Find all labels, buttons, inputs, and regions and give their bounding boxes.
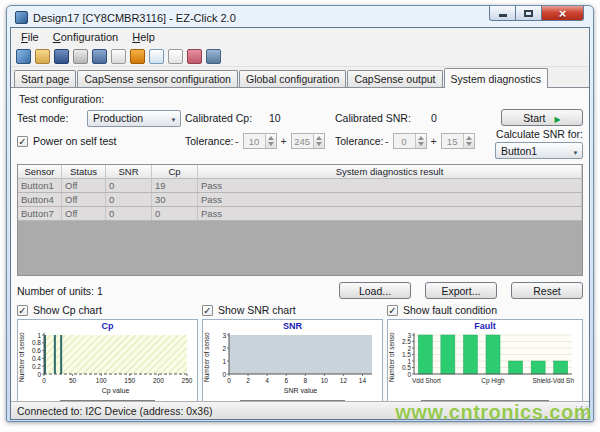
toggle-label: Show fault condition — [403, 304, 497, 316]
spinner-arrows[interactable] — [313, 134, 324, 148]
test-mode-column: Test mode: Production Power on self test — [17, 109, 185, 159]
table-cell: 19 — [152, 179, 198, 192]
window-title: Design17 [CY8CMBR3116] - EZ-Click 2.0 — [33, 12, 236, 24]
chart-panel-snr: SNR012302468101214SNR valueNumber of sen… — [202, 319, 383, 401]
table-cell: Off — [62, 179, 106, 192]
export-button[interactable]: Export... — [425, 282, 497, 299]
calibrated-snr-label: Calibrated SNR: — [335, 112, 421, 124]
new-design-icon[interactable] — [16, 49, 31, 64]
chart-plot-cp: 00.20.40.60.81050100150200250Cp valueNum… — [18, 332, 193, 396]
table-cell: Button1 — [18, 179, 62, 192]
toggle-show-cp-chart[interactable]: Show Cp chart — [17, 303, 198, 317]
spinner-arrows[interactable] — [265, 134, 276, 148]
maximize-icon — [524, 10, 533, 17]
chart-block-snr: Show SNR chartSNR012302468101214SNR valu… — [202, 303, 383, 401]
cp-tolerance-label: Tolerance: — [185, 135, 231, 147]
table-empty-area — [18, 221, 582, 275]
table-row[interactable]: Button7Off00Pass — [18, 207, 582, 221]
svg-text:2: 2 — [407, 345, 411, 352]
show-fault-condition-checkbox[interactable] — [387, 305, 398, 316]
program-icon[interactable] — [149, 49, 164, 64]
edit-icon[interactable] — [111, 49, 126, 64]
calculate-snr-value: Button1 — [501, 145, 569, 157]
spin-down-icon — [418, 142, 424, 149]
toggle-show-snr-chart[interactable]: Show SNR chart — [202, 303, 383, 317]
svg-text:0: 0 — [222, 371, 226, 378]
print-icon[interactable] — [73, 49, 88, 64]
table-cell: Off — [62, 207, 106, 220]
tab-capsense-sensor-configuration[interactable]: CapSense sensor configuration — [77, 70, 238, 88]
cp-tolerance-min-spinner[interactable]: 10 — [243, 133, 277, 149]
chart-block-cp: Show Cp chartCp00.20.40.60.8105010015020… — [17, 303, 198, 401]
maximize-button[interactable] — [516, 6, 542, 21]
show-cp-chart-checkbox[interactable] — [17, 305, 28, 316]
minimize-button[interactable] — [489, 6, 516, 21]
test-configuration-label: Test configuration: — [19, 93, 583, 105]
column-header-snr: SNR — [106, 165, 152, 179]
cp-tolerance-plus-sign: + — [281, 135, 287, 147]
save-icon[interactable] — [54, 49, 69, 64]
table-cell: Pass — [198, 193, 582, 206]
menu-file[interactable]: File — [15, 30, 45, 44]
column-header-sensor: Sensor — [18, 165, 62, 179]
spinner-arrows[interactable] — [415, 134, 426, 148]
test-mode-value: Production — [93, 112, 167, 124]
wrench-icon[interactable] — [206, 49, 221, 64]
start-button[interactable]: Start — [501, 109, 583, 126]
diagnostics-table: SensorStatusSNRCpSystem diagnostics resu… — [17, 164, 583, 276]
toggle-show-fault-condition[interactable]: Show fault condition — [387, 303, 583, 317]
svg-text:0: 0 — [407, 371, 411, 378]
show-snr-chart-checkbox[interactable] — [202, 305, 213, 316]
menu-configuration[interactable]: Configuration — [47, 30, 124, 44]
snr-tolerance-max-spinner[interactable]: 15 — [441, 133, 475, 149]
column-header-cp: Cp — [152, 165, 198, 179]
column-header-system-diagnostics-result: System diagnostics result — [198, 165, 582, 179]
reset-button[interactable]: Reset — [511, 282, 583, 299]
title-bar[interactable]: Design17 [CY8CMBR3116] - EZ-Click 2.0 — [10, 6, 590, 27]
tab-global-configuration[interactable]: Global configuration — [239, 70, 346, 88]
report-icon[interactable] — [168, 49, 183, 64]
table-row[interactable]: Button4Off030Pass — [18, 193, 582, 207]
power-on-self-test-checkbox[interactable] — [17, 136, 28, 147]
minimize-icon — [499, 14, 507, 17]
cp-tolerance-minus-sign: - — [235, 135, 239, 147]
spin-up-icon — [466, 133, 472, 140]
spinner-value: 245 — [292, 134, 313, 148]
eraser-icon[interactable] — [187, 49, 202, 64]
table-cell: Off — [62, 193, 106, 206]
menu-help[interactable]: Help — [126, 30, 161, 44]
cp-tolerance-max-spinner[interactable]: 245 — [291, 133, 325, 149]
calibrated-cp-column: Calibrated Cp: 10 Tolerance: - 10 + — [185, 109, 335, 159]
tab-start-page[interactable]: Start page — [14, 70, 76, 88]
calculate-snr-select[interactable]: Button1 — [495, 142, 583, 159]
svg-text:Vdd Short: Vdd Short — [412, 377, 441, 384]
client-area: FileConfigurationHelp Start pageCapSense… — [10, 27, 590, 420]
close-button[interactable] — [542, 6, 584, 21]
svg-text:0.6: 0.6 — [32, 347, 41, 354]
test-mode-select[interactable]: Production — [87, 110, 181, 127]
load-button[interactable]: Load... — [339, 282, 411, 299]
start-column: Start Calculate SNR for: Button1 — [485, 109, 583, 159]
tab-capsense-output[interactable]: CapSense output — [347, 70, 442, 88]
save-all-icon[interactable] — [92, 49, 107, 64]
open-design-icon[interactable] — [35, 49, 50, 64]
svg-text:Cp High: Cp High — [481, 377, 505, 385]
spinner-arrows[interactable] — [463, 134, 474, 148]
table-row[interactable]: Button1Off019Pass — [18, 179, 582, 193]
calibrated-snr-value: 0 — [431, 112, 437, 124]
table-cell: 0 — [106, 207, 152, 220]
svg-text:Cp value: Cp value — [102, 387, 130, 395]
chevron-down-icon — [167, 112, 180, 124]
chart-title: Fault — [388, 321, 582, 332]
tab-system-diagnostics[interactable]: System diagnostics — [444, 68, 548, 88]
snr-tolerance-min-spinner[interactable]: 0 — [393, 133, 427, 149]
svg-text:0.5: 0.5 — [402, 364, 411, 371]
table-cell: Pass — [198, 207, 582, 220]
svg-text:1: 1 — [37, 332, 41, 339]
spin-up-icon — [268, 133, 274, 140]
connect-icon[interactable] — [130, 49, 145, 64]
svg-text:0.8: 0.8 — [32, 339, 41, 346]
table-cell: Pass — [198, 179, 582, 192]
table-cell: Button4 — [18, 193, 62, 206]
svg-text:1: 1 — [222, 358, 226, 365]
